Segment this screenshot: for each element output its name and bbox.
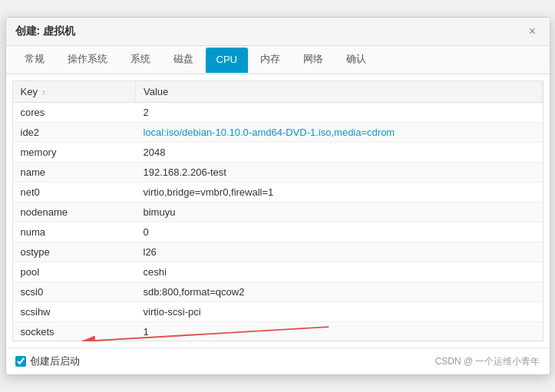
title-bar: 创建: 虚拟机 × [6,18,550,46]
table-row: nodenamebimuyu [13,203,543,222]
table-cell-value: local:iso/debian-10.10.0-amd64-DVD-1.iso… [136,123,543,143]
config-table-container[interactable]: Key ↑ Value cores2ide2local:iso/debian-1… [12,81,543,341]
start-after-create-label[interactable]: 创建后启动 [15,354,80,368]
table-cell-value: 2 [136,103,543,123]
table-row: numa0 [13,222,543,242]
table-cell-value: ceshi [136,262,543,282]
table-cell-key: scsi0 [13,282,136,302]
table-body: cores2ide2local:iso/debian-10.10.0-amd64… [13,103,543,342]
table-row: scsihwvirtio-scsi-pci [13,302,543,322]
sort-arrow-icon: ↑ [42,88,46,97]
tab-CPU[interactable]: CPU [206,48,248,73]
tab-系统[interactable]: 系统 [120,46,161,74]
dialog-title: 创建: 虚拟机 [15,25,76,38]
table-cell-key: name [13,163,136,183]
tab-确认[interactable]: 确认 [335,46,377,74]
table-cell-value: 192.168.2.206-test [136,163,543,183]
create-vm-dialog: 创建: 虚拟机 × 常规操作系统系统磁盘CPU内存网络确认 Key ↑ Valu… [5,17,550,375]
tab-磁盘[interactable]: 磁盘 [163,46,204,74]
table-cell-key: ide2 [13,123,136,143]
table-row: ide2local:iso/debian-10.10.0-amd64-DVD-1… [13,123,543,143]
col-value-header: Value [136,81,543,103]
table-cell-value: virtio-scsi-pci [136,302,543,322]
table-cell-value-link[interactable]: local:iso/debian-10.10.0-amd64-DVD-1.iso… [144,127,395,138]
tab-常规[interactable]: 常规 [14,46,55,74]
watermark-text: CSDN @ 一个运维小青年 [435,355,540,368]
table-cell-value: 2048 [136,143,543,163]
table-wrapper: Key ↑ Value cores2ide2local:iso/debian-1… [6,81,550,341]
config-table: Key ↑ Value cores2ide2local:iso/debian-1… [13,81,543,341]
table-row: memory2048 [13,143,543,163]
table-cell-value: sdb:800,format=qcow2 [136,282,543,302]
table-row: cores2 [13,103,543,123]
table-cell-key: memory [13,143,136,163]
table-cell-key: scsihw [13,302,136,322]
table-cell-key: numa [13,222,136,242]
table-header-row: Key ↑ Value [13,81,543,103]
table-row: scsi0sdb:800,format=qcow2 [13,282,543,302]
table-cell-value: 0 [136,222,543,242]
table-cell-key: sockets [13,322,136,342]
table-row: sockets1 [13,322,543,342]
table-cell-key: cores [13,103,136,123]
start-after-create-text: 创建后启动 [30,354,80,368]
table-cell-key: nodename [13,203,136,222]
table-cell-key: pool [13,262,136,282]
tab-bar: 常规操作系统系统磁盘CPU内存网络确认 [6,46,550,74]
start-after-create-checkbox[interactable] [15,356,26,367]
tab-操作系统[interactable]: 操作系统 [57,46,118,74]
col-key-header: Key ↑ [13,81,136,103]
tab-网络[interactable]: 网络 [292,46,334,74]
table-cell-value: 1 [136,322,543,342]
table-cell-value: l26 [136,242,543,262]
table-row: ostypel26 [13,242,543,262]
close-button[interactable]: × [525,24,540,39]
table-cell-value: virtio,bridge=vmbr0,firewall=1 [136,183,543,203]
table-row: poolceshi [13,262,543,282]
tab-内存[interactable]: 内存 [249,46,291,74]
table-row: net0virtio,bridge=vmbr0,firewall=1 [13,183,543,203]
table-row: name192.168.2.206-test [13,163,543,183]
table-cell-key: ostype [13,242,136,262]
table-cell-value: bimuyu [136,203,543,222]
footer: 创建后启动 CSDN @ 一个运维小青年 [6,348,550,374]
table-cell-key: net0 [13,183,136,203]
